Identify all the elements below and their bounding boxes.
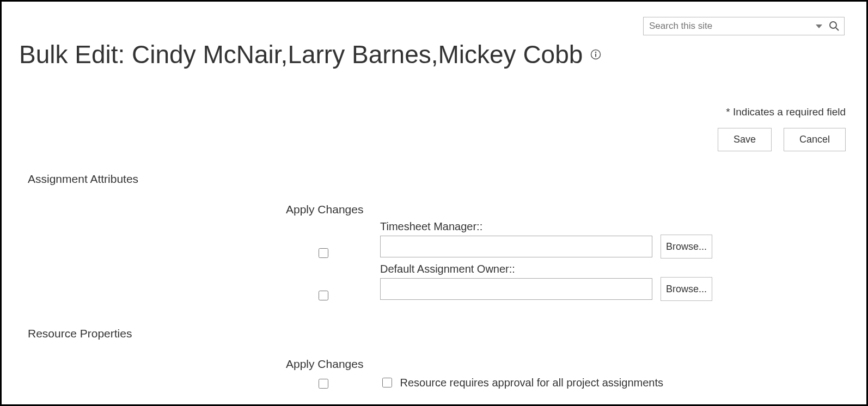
info-icon[interactable] [590,49,601,60]
apply-changes-label-2: Apply Changes [286,358,363,371]
search-box[interactable] [643,17,845,35]
page-frame: Bulk Edit: Cindy McNair,Larry Barnes,Mic… [0,0,868,406]
default-assignment-owner-input[interactable] [380,278,652,300]
search-scope-dropdown-icon[interactable] [816,24,822,28]
timesheet-manager-apply-checkbox[interactable] [319,248,328,258]
requires-approval-apply-checkbox[interactable] [319,379,328,389]
timesheet-manager-label: Timesheet Manager:: [380,220,482,233]
default-assignment-owner-browse-button[interactable]: Browse... [661,277,712,301]
default-assignment-owner-label: Default Assignment Owner:: [380,263,515,275]
cancel-button[interactable]: Cancel [784,128,846,151]
page-title: Bulk Edit: Cindy McNair,Larry Barnes,Mic… [19,40,850,69]
requires-approval-label: Resource requires approval for all proje… [400,377,663,389]
svg-line-1 [836,28,839,30]
action-buttons: Save Cancel [718,128,846,151]
svg-rect-4 [595,54,596,57]
svg-point-3 [595,52,597,53]
timesheet-manager-browse-button[interactable]: Browse... [661,235,712,259]
apply-changes-label: Apply Changes [286,203,363,216]
requires-approval-checkbox[interactable] [382,378,392,387]
requires-approval-field: Resource requires approval for all proje… [380,376,663,389]
search-input[interactable] [644,19,816,34]
svg-point-0 [830,22,836,28]
required-field-note: * Indicates a required field [726,106,846,118]
page-title-text: Bulk Edit: Cindy McNair,Larry Barnes,Mic… [19,40,583,69]
default-assignment-owner-apply-checkbox[interactable] [319,291,328,300]
save-button[interactable]: Save [718,128,772,151]
section-resource-properties-heading: Resource Properties [28,327,132,340]
search-icon[interactable] [829,21,840,32]
timesheet-manager-input[interactable] [380,236,652,257]
section-assignment-attributes-heading: Assignment Attributes [28,173,138,186]
